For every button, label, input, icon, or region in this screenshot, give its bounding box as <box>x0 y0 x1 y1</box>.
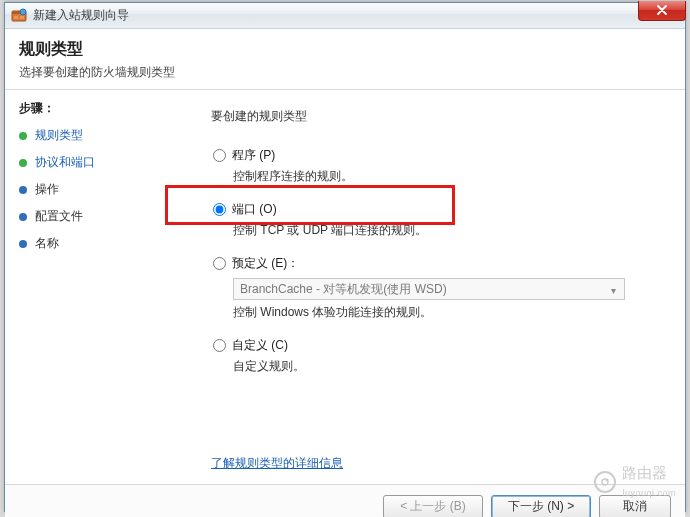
option-label: 自定义 (C) <box>232 337 288 354</box>
bullet-icon <box>19 186 27 194</box>
option-program: 程序 (P) 控制程序连接的规则。 <box>211 147 663 185</box>
svg-rect-3 <box>20 16 24 19</box>
combobox-value: BranchCache - 对等机发现(使用 WSD) <box>240 281 447 298</box>
step-label[interactable]: 协议和端口 <box>35 154 95 171</box>
option-label: 端口 (O) <box>232 201 277 218</box>
back-button[interactable]: < 上一步 (B) <box>383 495 483 518</box>
app-icon <box>11 8 27 24</box>
steps-heading: 步骤： <box>19 100 173 117</box>
wizard-window: 新建入站规则向导 规则类型 选择要创建的防火墙规则类型 步骤： 规则类型 协议和… <box>4 2 686 512</box>
radio-custom[interactable] <box>213 339 226 352</box>
svg-point-4 <box>20 9 26 15</box>
option-predefined: 预定义 (E)： BranchCache - 对等机发现(使用 WSD) ▾ 控… <box>211 255 663 321</box>
learn-more-text[interactable]: 了解规则类型的详细信息 <box>211 456 343 470</box>
option-desc: 控制 Windows 体验功能连接的规则。 <box>233 304 663 321</box>
step-name: 名称 <box>19 235 173 252</box>
option-label: 程序 (P) <box>232 147 275 164</box>
option-port: 端口 (O) 控制 TCP 或 UDP 端口连接的规则。 <box>211 201 663 239</box>
steps-sidebar: 步骤： 规则类型 协议和端口 操作 配置文件 名称 <box>5 90 181 484</box>
step-label: 配置文件 <box>35 208 83 225</box>
bullet-icon <box>19 132 27 140</box>
svg-rect-2 <box>14 16 18 19</box>
close-button[interactable] <box>638 1 686 21</box>
option-desc: 自定义规则。 <box>233 358 663 375</box>
radio-program[interactable] <box>213 149 226 162</box>
next-button[interactable]: 下一步 (N) > <box>491 495 591 518</box>
step-rule-type[interactable]: 规则类型 <box>19 127 173 144</box>
footer: < 上一步 (B) 下一步 (N) > 取消 <box>5 484 685 517</box>
close-icon <box>656 4 668 18</box>
main-panel: 要创建的规则类型 程序 (P) 控制程序连接的规则。 端口 (O) 控制 TCP… <box>181 90 685 484</box>
step-protocol-port[interactable]: 协议和端口 <box>19 154 173 171</box>
step-profile: 配置文件 <box>19 208 173 225</box>
predefined-combobox[interactable]: BranchCache - 对等机发现(使用 WSD) ▾ <box>233 278 625 300</box>
page-title: 规则类型 <box>19 39 671 60</box>
step-label: 名称 <box>35 235 59 252</box>
cancel-button[interactable]: 取消 <box>599 495 671 518</box>
bullet-icon <box>19 240 27 248</box>
radio-port[interactable] <box>213 203 226 216</box>
step-action: 操作 <box>19 181 173 198</box>
window-title: 新建入站规则向导 <box>33 7 129 24</box>
titlebar: 新建入站规则向导 <box>5 3 685 29</box>
learn-more-link[interactable]: 了解规则类型的详细信息 <box>211 455 343 472</box>
option-desc: 控制 TCP 或 UDP 端口连接的规则。 <box>233 222 663 239</box>
page-subtitle: 选择要创建的防火墙规则类型 <box>19 64 671 81</box>
option-custom: 自定义 (C) 自定义规则。 <box>211 337 663 375</box>
bullet-icon <box>19 159 27 167</box>
step-label: 操作 <box>35 181 59 198</box>
option-label: 预定义 (E)： <box>232 255 299 272</box>
radio-predefined[interactable] <box>213 257 226 270</box>
chevron-down-icon: ▾ <box>606 283 620 297</box>
option-desc: 控制程序连接的规则。 <box>233 168 663 185</box>
main-heading: 要创建的规则类型 <box>211 108 663 125</box>
wizard-header: 规则类型 选择要创建的防火墙规则类型 <box>5 29 685 90</box>
bullet-icon <box>19 213 27 221</box>
step-label[interactable]: 规则类型 <box>35 127 83 144</box>
